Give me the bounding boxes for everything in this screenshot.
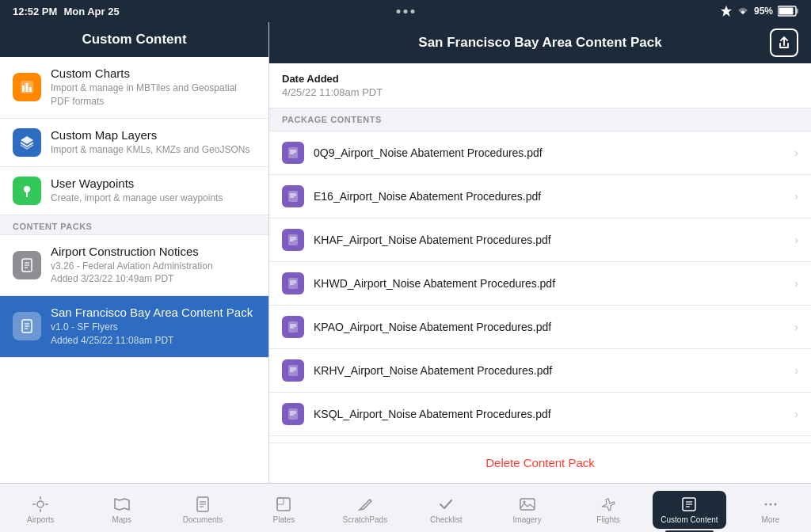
wifi-icon — [737, 6, 749, 16]
svg-rect-5 — [26, 83, 29, 92]
pdf-icon-5 — [287, 321, 299, 333]
main-content: Custom Content Custom Charts Import & ma… — [0, 22, 811, 483]
waypoints-title: User Waypoints — [51, 177, 256, 190]
tab-flights[interactable]: Flights — [568, 484, 649, 532]
map-layers-icon — [13, 128, 41, 157]
right-panel: San Francisco Bay Area Content Pack Date… — [269, 22, 811, 483]
tab-airports[interactable]: Airports — [0, 484, 81, 532]
file-name-7: KSQL_Airport_Noise Abatement Procedures.… — [314, 408, 794, 420]
share-button[interactable] — [770, 28, 798, 57]
custom-charts-text: Custom Charts Import & manage in MBTiles… — [51, 66, 256, 108]
custom-content-label: Custom Content — [661, 515, 718, 524]
panel-title: San Francisco Bay Area Content Pack — [418, 35, 661, 51]
sidebar-list: Custom Charts Import & manage in MBTiles… — [0, 57, 268, 483]
tab-custom-content[interactable]: Custom Content — [649, 484, 729, 532]
sidebar-item-custom-map-layers[interactable]: Custom Map Layers Import & manage KMLs, … — [0, 119, 268, 167]
svg-rect-6 — [29, 87, 32, 92]
waypoints-icon — [13, 177, 41, 205]
waypoints-subtitle: Create, import & manage user waypoints — [51, 192, 256, 205]
pdf-icon-7 — [287, 408, 299, 420]
file-item-2[interactable]: E16_Airport_Noise Abatement Procedures.p… — [269, 175, 811, 218]
sidebar-item-sf-bay-area[interactable]: San Francisco Bay Area Content Pack v1.0… — [0, 296, 268, 358]
plates-icon — [275, 496, 292, 513]
file-item-5[interactable]: KPAO_Airport_Noise Abatement Procedures.… — [269, 306, 811, 349]
map-layers-subtitle: Import & manage KMLs, KMZs and GeoJSONs — [51, 143, 256, 157]
pdf-icon-4 — [287, 277, 299, 290]
file-item-3[interactable]: KHAF_Airport_Noise Abatement Procedures.… — [269, 218, 811, 262]
map-layers-text: Custom Map Layers Import & manage KMLs, … — [51, 128, 256, 157]
delete-section: Delete Content Pack — [269, 443, 811, 483]
file-item-8[interactable]: KSQL_Departure_RWY30 VFR to IFR.pdf › — [269, 436, 811, 443]
status-icons: 95% — [721, 6, 798, 17]
svg-rect-28 — [288, 278, 298, 289]
time-display: 12:52 PM — [13, 6, 57, 17]
svg-rect-24 — [288, 234, 298, 245]
file-name-5: KPAO_Airport_Noise Abatement Procedures.… — [314, 321, 794, 333]
checklist-icon — [437, 496, 455, 513]
sf-bay-title: San Francisco Bay Area Content Pack — [51, 306, 256, 319]
file-item-7[interactable]: KSQL_Airport_Noise Abatement Procedures.… — [269, 393, 811, 436]
chevron-icon-7: › — [794, 408, 798, 420]
right-panel-header: San Francisco Bay Area Content Pack — [269, 22, 811, 63]
svg-point-74 — [764, 503, 767, 505]
airports-icon — [32, 496, 49, 513]
more-label: More — [761, 515, 779, 524]
file-name-3: KHAF_Airport_Noise Abatement Procedures.… — [314, 234, 794, 246]
file-pdf-icon-4 — [282, 272, 304, 294]
battery-text: 95% — [754, 6, 773, 17]
tab-documents[interactable]: Documents — [162, 484, 243, 532]
sidebar: Custom Content Custom Charts Import & ma… — [0, 22, 269, 483]
sidebar-item-user-waypoints[interactable]: User Waypoints Create, import & manage u… — [0, 167, 268, 215]
location-icon — [721, 6, 732, 17]
svg-rect-1 — [779, 8, 794, 15]
file-name-1: 0Q9_Airport_Noise Abatement Procedures.p… — [314, 146, 794, 159]
tab-more[interactable]: More — [730, 484, 811, 532]
doc-icon — [19, 257, 35, 273]
file-pdf-icon-6 — [282, 359, 304, 382]
sidebar-item-airport-construction[interactable]: Airport Construction Notices v3.26 - Fed… — [0, 235, 268, 297]
file-pdf-icon — [282, 142, 304, 164]
status-time: 12:52 PM Mon Apr 25 — [13, 6, 120, 17]
documents-icon — [194, 496, 211, 513]
layers-icon — [19, 135, 35, 150]
maps-label: Maps — [112, 515, 131, 524]
delete-content-pack-button[interactable]: Delete Content Pack — [485, 456, 595, 469]
map-layers-title: Custom Map Layers — [51, 128, 256, 142]
chevron-icon-4: › — [794, 277, 798, 290]
imagery-label: Imagery — [513, 515, 542, 524]
date-added-value: 4/25/22 11:08am PDT — [282, 86, 798, 98]
tab-imagery[interactable]: Imagery — [486, 484, 567, 532]
file-pdf-icon-3 — [282, 229, 304, 251]
tab-checklist[interactable]: Checklist — [406, 484, 486, 532]
svg-rect-66 — [277, 498, 284, 504]
scratchpads-icon — [356, 496, 374, 513]
svg-rect-4 — [22, 86, 25, 92]
svg-rect-68 — [520, 499, 535, 510]
svg-rect-2 — [796, 9, 798, 13]
svg-rect-32 — [288, 321, 298, 332]
file-item-1[interactable]: 0Q9_Airport_Noise Abatement Procedures.p… — [269, 131, 811, 175]
chevron-icon-5: › — [794, 321, 798, 333]
pdf-icon-3 — [287, 234, 299, 246]
pack-icon — [19, 318, 35, 334]
file-item-4[interactable]: KHWD_Airport_Noise Abatement Procedures.… — [269, 262, 811, 306]
sidebar-item-custom-charts[interactable]: Custom Charts Import & manage in MBTiles… — [0, 57, 268, 119]
scratchpads-label: ScratchPads — [342, 515, 387, 524]
svg-point-7 — [24, 186, 30, 192]
sidebar-header: Custom Content — [0, 22, 268, 57]
file-item-6[interactable]: KRHV_Airport_Noise Abatement Procedures.… — [269, 349, 811, 393]
tab-maps[interactable]: Maps — [81, 484, 162, 532]
chevron-icon-6: › — [794, 364, 798, 377]
section-label: CONTENT PACKS — [13, 222, 92, 231]
waypoints-text: User Waypoints Create, import & manage u… — [51, 177, 256, 205]
checklist-label: Checklist — [430, 515, 463, 524]
flights-label: Flights — [596, 515, 619, 524]
tab-plates[interactable]: Plates — [243, 484, 324, 532]
tab-scratchpads[interactable]: ScratchPads — [325, 484, 406, 532]
sf-bay-text: San Francisco Bay Area Content Pack v1.0… — [51, 306, 256, 348]
maps-icon — [113, 496, 131, 513]
sidebar-title: Custom Content — [82, 32, 186, 47]
file-name-4: KHWD_Airport_Noise Abatement Procedures.… — [314, 277, 794, 290]
more-icon — [762, 496, 779, 513]
custom-charts-icon — [13, 73, 41, 101]
